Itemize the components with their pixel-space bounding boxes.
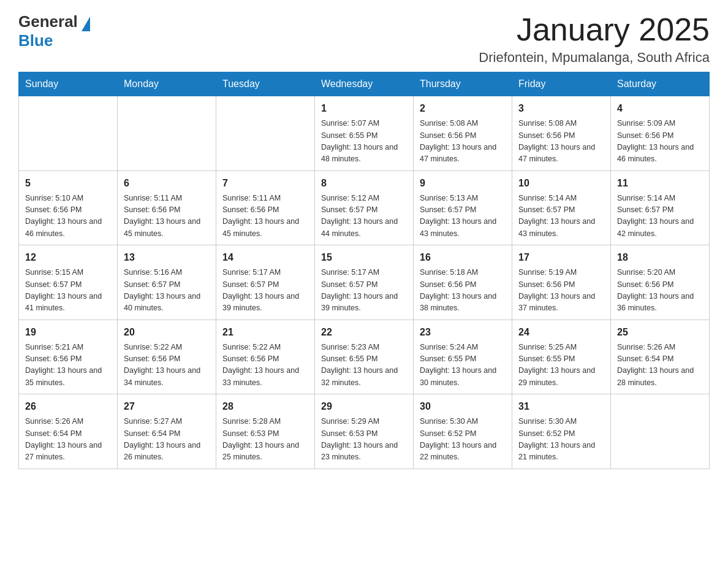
calendar-cell: 10Sunrise: 5:14 AM Sunset: 6:57 PM Dayli… bbox=[512, 170, 611, 245]
day-info: Sunrise: 5:08 AM Sunset: 6:56 PM Dayligh… bbox=[518, 118, 604, 166]
calendar-cell: 17Sunrise: 5:19 AM Sunset: 6:56 PM Dayli… bbox=[512, 245, 611, 320]
day-info: Sunrise: 5:18 AM Sunset: 6:56 PM Dayligh… bbox=[420, 267, 506, 315]
day-info: Sunrise: 5:11 AM Sunset: 6:56 PM Dayligh… bbox=[124, 193, 210, 240]
calendar-cell: 18Sunrise: 5:20 AM Sunset: 6:56 PM Dayli… bbox=[611, 245, 710, 320]
day-info: Sunrise: 5:26 AM Sunset: 6:54 PM Dayligh… bbox=[25, 416, 111, 464]
location-title: Driefontein, Mpumalanga, South Africa bbox=[479, 50, 710, 66]
day-number: 25 bbox=[617, 325, 703, 340]
day-number: 6 bbox=[124, 176, 210, 191]
calendar-week-row: 26Sunrise: 5:26 AM Sunset: 6:54 PM Dayli… bbox=[19, 394, 710, 469]
column-header-tuesday: Tuesday bbox=[216, 72, 315, 96]
column-header-thursday: Thursday bbox=[414, 72, 512, 96]
calendar-cell: 8Sunrise: 5:12 AM Sunset: 6:57 PM Daylig… bbox=[315, 170, 414, 245]
calendar-week-row: 1Sunrise: 5:07 AM Sunset: 6:55 PM Daylig… bbox=[19, 96, 710, 171]
calendar-cell: 2Sunrise: 5:08 AM Sunset: 6:56 PM Daylig… bbox=[414, 96, 512, 171]
calendar-cell: 26Sunrise: 5:26 AM Sunset: 6:54 PM Dayli… bbox=[19, 394, 118, 469]
day-info: Sunrise: 5:25 AM Sunset: 6:55 PM Dayligh… bbox=[518, 342, 604, 389]
logo-general-text: General bbox=[18, 12, 78, 31]
calendar-cell bbox=[611, 394, 710, 469]
day-number: 19 bbox=[25, 325, 111, 340]
day-info: Sunrise: 5:15 AM Sunset: 6:57 PM Dayligh… bbox=[25, 267, 111, 315]
calendar-week-row: 19Sunrise: 5:21 AM Sunset: 6:56 PM Dayli… bbox=[19, 320, 710, 394]
day-info: Sunrise: 5:13 AM Sunset: 6:57 PM Dayligh… bbox=[420, 193, 506, 240]
day-number: 1 bbox=[321, 101, 407, 116]
day-number: 12 bbox=[25, 250, 111, 265]
calendar-cell bbox=[19, 96, 118, 171]
day-number: 14 bbox=[222, 250, 308, 265]
day-number: 8 bbox=[321, 176, 407, 191]
day-number: 3 bbox=[518, 101, 604, 116]
column-header-monday: Monday bbox=[118, 72, 216, 96]
day-info: Sunrise: 5:20 AM Sunset: 6:56 PM Dayligh… bbox=[617, 267, 703, 315]
calendar-cell: 16Sunrise: 5:18 AM Sunset: 6:56 PM Dayli… bbox=[414, 245, 512, 320]
day-number: 17 bbox=[518, 250, 604, 265]
column-header-sunday: Sunday bbox=[19, 72, 118, 96]
day-info: Sunrise: 5:29 AM Sunset: 6:53 PM Dayligh… bbox=[321, 416, 407, 464]
calendar-table: SundayMondayTuesdayWednesdayThursdayFrid… bbox=[18, 72, 710, 469]
day-number: 13 bbox=[124, 250, 210, 265]
day-number: 7 bbox=[222, 176, 308, 191]
day-info: Sunrise: 5:23 AM Sunset: 6:55 PM Dayligh… bbox=[321, 342, 407, 389]
calendar-cell: 28Sunrise: 5:28 AM Sunset: 6:53 PM Dayli… bbox=[216, 394, 315, 469]
logo: General Blue bbox=[18, 12, 90, 50]
calendar-header-row: SundayMondayTuesdayWednesdayThursdayFrid… bbox=[19, 72, 710, 96]
day-number: 9 bbox=[420, 176, 506, 191]
day-number: 26 bbox=[25, 399, 111, 414]
day-info: Sunrise: 5:28 AM Sunset: 6:53 PM Dayligh… bbox=[222, 416, 308, 464]
day-info: Sunrise: 5:24 AM Sunset: 6:55 PM Dayligh… bbox=[420, 342, 506, 389]
calendar-cell: 23Sunrise: 5:24 AM Sunset: 6:55 PM Dayli… bbox=[414, 320, 512, 394]
day-number: 5 bbox=[25, 176, 111, 191]
day-info: Sunrise: 5:26 AM Sunset: 6:54 PM Dayligh… bbox=[617, 342, 703, 389]
calendar-cell: 30Sunrise: 5:30 AM Sunset: 6:52 PM Dayli… bbox=[414, 394, 512, 469]
calendar-cell: 12Sunrise: 5:15 AM Sunset: 6:57 PM Dayli… bbox=[19, 245, 118, 320]
day-number: 4 bbox=[617, 101, 703, 116]
day-number: 28 bbox=[222, 399, 308, 414]
calendar-cell: 15Sunrise: 5:17 AM Sunset: 6:57 PM Dayli… bbox=[315, 245, 414, 320]
day-info: Sunrise: 5:27 AM Sunset: 6:54 PM Dayligh… bbox=[124, 416, 210, 464]
calendar-cell: 21Sunrise: 5:22 AM Sunset: 6:56 PM Dayli… bbox=[216, 320, 315, 394]
day-number: 16 bbox=[420, 250, 506, 265]
calendar-cell: 31Sunrise: 5:30 AM Sunset: 6:52 PM Dayli… bbox=[512, 394, 611, 469]
calendar-cell: 29Sunrise: 5:29 AM Sunset: 6:53 PM Dayli… bbox=[315, 394, 414, 469]
day-number: 22 bbox=[321, 325, 407, 340]
day-number: 15 bbox=[321, 250, 407, 265]
day-info: Sunrise: 5:17 AM Sunset: 6:57 PM Dayligh… bbox=[222, 267, 308, 315]
day-number: 27 bbox=[124, 399, 210, 414]
day-info: Sunrise: 5:21 AM Sunset: 6:56 PM Dayligh… bbox=[25, 342, 111, 389]
day-number: 29 bbox=[321, 399, 407, 414]
day-info: Sunrise: 5:12 AM Sunset: 6:57 PM Dayligh… bbox=[321, 193, 407, 240]
calendar-week-row: 12Sunrise: 5:15 AM Sunset: 6:57 PM Dayli… bbox=[19, 245, 710, 320]
calendar-cell: 1Sunrise: 5:07 AM Sunset: 6:55 PM Daylig… bbox=[315, 96, 414, 171]
day-info: Sunrise: 5:11 AM Sunset: 6:56 PM Dayligh… bbox=[222, 193, 308, 240]
day-info: Sunrise: 5:30 AM Sunset: 6:52 PM Dayligh… bbox=[518, 416, 604, 464]
day-info: Sunrise: 5:22 AM Sunset: 6:56 PM Dayligh… bbox=[124, 342, 210, 389]
day-info: Sunrise: 5:17 AM Sunset: 6:57 PM Dayligh… bbox=[321, 267, 407, 315]
day-number: 10 bbox=[518, 176, 604, 191]
title-area: January 2025 Driefontein, Mpumalanga, So… bbox=[479, 12, 710, 66]
calendar-cell bbox=[118, 96, 216, 171]
day-info: Sunrise: 5:19 AM Sunset: 6:56 PM Dayligh… bbox=[518, 267, 604, 315]
day-info: Sunrise: 5:30 AM Sunset: 6:52 PM Dayligh… bbox=[420, 416, 506, 464]
calendar-cell: 20Sunrise: 5:22 AM Sunset: 6:56 PM Dayli… bbox=[118, 320, 216, 394]
day-info: Sunrise: 5:14 AM Sunset: 6:57 PM Dayligh… bbox=[617, 193, 703, 240]
day-info: Sunrise: 5:07 AM Sunset: 6:55 PM Dayligh… bbox=[321, 118, 407, 166]
day-number: 30 bbox=[420, 399, 506, 414]
day-number: 31 bbox=[518, 399, 604, 414]
calendar-cell: 19Sunrise: 5:21 AM Sunset: 6:56 PM Dayli… bbox=[19, 320, 118, 394]
day-info: Sunrise: 5:22 AM Sunset: 6:56 PM Dayligh… bbox=[222, 342, 308, 389]
day-number: 24 bbox=[518, 325, 604, 340]
calendar-cell: 27Sunrise: 5:27 AM Sunset: 6:54 PM Dayli… bbox=[118, 394, 216, 469]
day-info: Sunrise: 5:16 AM Sunset: 6:57 PM Dayligh… bbox=[124, 267, 210, 315]
calendar-cell: 11Sunrise: 5:14 AM Sunset: 6:57 PM Dayli… bbox=[611, 170, 710, 245]
day-info: Sunrise: 5:08 AM Sunset: 6:56 PM Dayligh… bbox=[420, 118, 506, 166]
day-number: 21 bbox=[222, 325, 308, 340]
calendar-cell: 6Sunrise: 5:11 AM Sunset: 6:56 PM Daylig… bbox=[118, 170, 216, 245]
day-info: Sunrise: 5:09 AM Sunset: 6:56 PM Dayligh… bbox=[617, 118, 703, 166]
calendar-cell bbox=[216, 96, 315, 171]
calendar-cell: 24Sunrise: 5:25 AM Sunset: 6:55 PM Dayli… bbox=[512, 320, 611, 394]
calendar-cell: 4Sunrise: 5:09 AM Sunset: 6:56 PM Daylig… bbox=[611, 96, 710, 171]
calendar-cell: 9Sunrise: 5:13 AM Sunset: 6:57 PM Daylig… bbox=[414, 170, 512, 245]
day-info: Sunrise: 5:14 AM Sunset: 6:57 PM Dayligh… bbox=[518, 193, 604, 240]
calendar-cell: 13Sunrise: 5:16 AM Sunset: 6:57 PM Dayli… bbox=[118, 245, 216, 320]
day-number: 2 bbox=[420, 101, 506, 116]
